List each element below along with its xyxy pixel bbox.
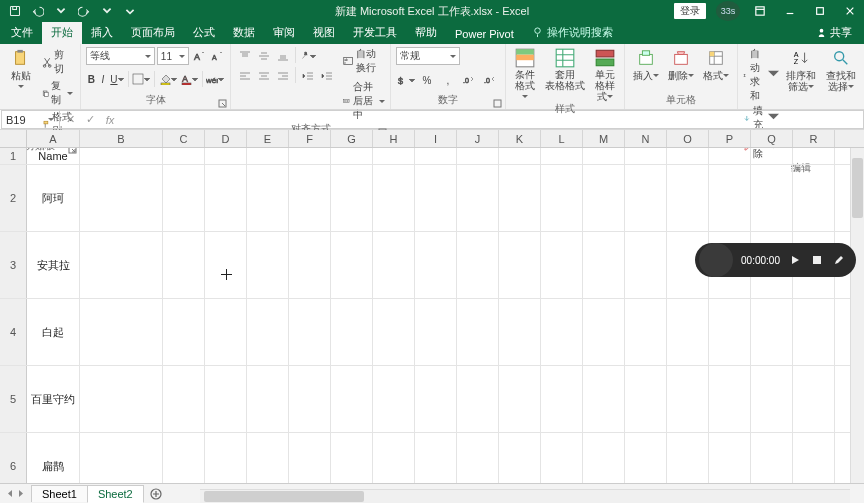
cell-Q5[interactable] — [751, 366, 793, 432]
format-as-table-button[interactable]: 套用 表格格式 — [542, 47, 588, 91]
font-size-combo[interactable]: 11 — [157, 47, 189, 65]
align-right-button[interactable] — [274, 67, 292, 85]
cell-Q4[interactable] — [751, 299, 793, 365]
cell-E4[interactable] — [247, 299, 289, 365]
cell-M3[interactable] — [583, 232, 625, 298]
cell-A1[interactable]: Name — [27, 148, 80, 164]
cell-Q2[interactable] — [751, 165, 793, 231]
row-header-3[interactable]: 3 — [0, 232, 27, 298]
comma-button[interactable]: , — [438, 71, 458, 89]
cell-J2[interactable] — [457, 165, 499, 231]
column-header-R[interactable]: R — [793, 130, 835, 147]
cell-P5[interactable] — [709, 366, 751, 432]
bold-button[interactable]: B — [86, 70, 97, 88]
cell-H2[interactable] — [373, 165, 415, 231]
tab-powerpivot[interactable]: Power Pivot — [446, 25, 523, 44]
cell-J3[interactable] — [457, 232, 499, 298]
cell-F1[interactable] — [289, 148, 331, 164]
sheet-tab-1[interactable]: Sheet1 — [31, 485, 88, 502]
cell-O4[interactable] — [667, 299, 709, 365]
tell-me[interactable]: 操作说明搜索 — [523, 22, 622, 44]
cell-N2[interactable] — [625, 165, 667, 231]
cell-N4[interactable] — [625, 299, 667, 365]
cell-N1[interactable] — [625, 148, 667, 164]
insert-cells-button[interactable]: 插入 — [630, 47, 662, 81]
cell-L6[interactable] — [541, 433, 583, 483]
cell-K6[interactable] — [499, 433, 541, 483]
cell-R1[interactable] — [793, 148, 835, 164]
cell-R5[interactable] — [793, 366, 835, 432]
align-center-button[interactable] — [255, 67, 273, 85]
cell-E2[interactable] — [247, 165, 289, 231]
close-button[interactable] — [836, 0, 864, 22]
cell-L1[interactable] — [541, 148, 583, 164]
cell-F5[interactable] — [289, 366, 331, 432]
cell-C3[interactable] — [163, 232, 205, 298]
cell-D5[interactable] — [205, 366, 247, 432]
cell-I4[interactable] — [415, 299, 457, 365]
formula-input[interactable] — [120, 110, 864, 129]
vertical-scrollbar[interactable] — [850, 148, 864, 483]
column-header-N[interactable]: N — [625, 130, 667, 147]
column-header-Q[interactable]: Q — [751, 130, 793, 147]
cell-K3[interactable] — [499, 232, 541, 298]
increase-decimal-button[interactable]: .0 — [459, 71, 479, 89]
cell-G3[interactable] — [331, 232, 373, 298]
cell-O5[interactable] — [667, 366, 709, 432]
fill-color-button[interactable] — [158, 70, 178, 88]
row-header-6[interactable]: 6 — [0, 433, 27, 483]
cell-J4[interactable] — [457, 299, 499, 365]
decrease-font-button[interactable]: A — [209, 47, 225, 65]
cell-Q1[interactable] — [751, 148, 793, 164]
align-top-button[interactable] — [236, 47, 254, 65]
cell-F2[interactable] — [289, 165, 331, 231]
decrease-decimal-button[interactable]: .0 — [480, 71, 500, 89]
cell-K1[interactable] — [499, 148, 541, 164]
column-header-K[interactable]: K — [499, 130, 541, 147]
cell-J6[interactable] — [457, 433, 499, 483]
share-button[interactable]: 共享 — [804, 22, 864, 44]
cell-B1[interactable] — [80, 148, 163, 164]
name-box[interactable]: B19 — [1, 110, 59, 129]
cell-F4[interactable] — [289, 299, 331, 365]
cell-E3[interactable] — [247, 232, 289, 298]
cell-G6[interactable] — [331, 433, 373, 483]
screen-recorder-overlay[interactable]: 00:00:00 — [695, 243, 856, 277]
conditional-format-button[interactable]: 条件格式 — [511, 47, 539, 102]
cell-L5[interactable] — [541, 366, 583, 432]
cell-H3[interactable] — [373, 232, 415, 298]
cell-K2[interactable] — [499, 165, 541, 231]
cell-J5[interactable] — [457, 366, 499, 432]
cell-I5[interactable] — [415, 366, 457, 432]
cell-A5[interactable]: 百里守约 — [27, 366, 80, 432]
column-header-D[interactable]: D — [205, 130, 247, 147]
cell-G4[interactable] — [331, 299, 373, 365]
format-cells-button[interactable]: 格式 — [700, 47, 732, 81]
cell-I2[interactable] — [415, 165, 457, 231]
cell-M4[interactable] — [583, 299, 625, 365]
cell-M1[interactable] — [583, 148, 625, 164]
column-header-L[interactable]: L — [541, 130, 583, 147]
cell-C1[interactable] — [163, 148, 205, 164]
cell-P1[interactable] — [709, 148, 751, 164]
login-button[interactable]: 登录 — [674, 3, 706, 19]
cell-M6[interactable] — [583, 433, 625, 483]
font-launcher[interactable] — [218, 99, 227, 108]
cell-H4[interactable] — [373, 299, 415, 365]
cell-P2[interactable] — [709, 165, 751, 231]
cell-O6[interactable] — [667, 433, 709, 483]
column-header-J[interactable]: J — [457, 130, 499, 147]
cell-J1[interactable] — [457, 148, 499, 164]
sort-filter-button[interactable]: AZ排序和筛选 — [782, 47, 819, 92]
copy-button[interactable]: 复制 — [40, 78, 75, 108]
cell-L3[interactable] — [541, 232, 583, 298]
recorder-handle[interactable] — [699, 243, 733, 277]
tab-developer[interactable]: 开发工具 — [344, 22, 406, 44]
recorder-stop-button[interactable] — [810, 253, 824, 267]
cell-D1[interactable] — [205, 148, 247, 164]
undo-dropdown[interactable] — [50, 2, 72, 20]
ribbon-options-button[interactable] — [746, 0, 774, 22]
add-sheet-button[interactable] — [147, 485, 165, 503]
cell-D2[interactable] — [205, 165, 247, 231]
cell-B6[interactable] — [80, 433, 163, 483]
